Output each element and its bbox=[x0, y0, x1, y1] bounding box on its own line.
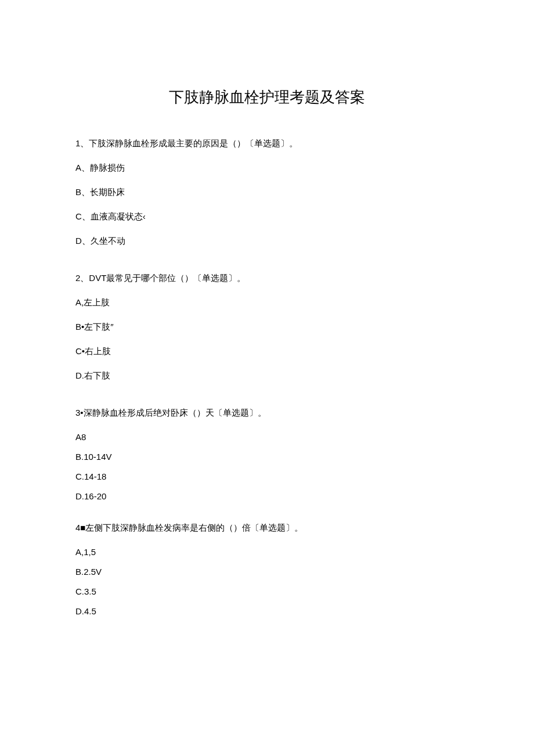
option-d: D.4.5 bbox=[75, 604, 459, 618]
option-b: B、长期卧床 bbox=[75, 185, 459, 199]
option-a: A8 bbox=[75, 430, 459, 444]
option-b: B.10-14V bbox=[75, 450, 459, 464]
option-d: D、久坐不动 bbox=[75, 234, 459, 248]
document-title: 下肢静脉血栓护理考题及答案 bbox=[75, 87, 459, 107]
question-block-2: 2、DVT最常见于哪个部位（）〔单选题〕。 A,左上肢 B•左下肢″ C•右上肢… bbox=[75, 271, 459, 383]
option-b: B.2.5V bbox=[75, 565, 459, 579]
question-text: 4■左侧下肢深静脉血栓发病率是右侧的（）倍〔单选题〕。 bbox=[75, 521, 459, 535]
question-block-4: 4■左侧下肢深静脉血栓发病率是右侧的（）倍〔单选题〕。 A,1,5 B.2.5V… bbox=[75, 521, 459, 618]
question-block-3: 3•深静脉血栓形成后绝对卧床（）天〔单选题〕。 A8 B.10-14V C.14… bbox=[75, 406, 459, 503]
option-c: C•右上肢 bbox=[75, 344, 459, 358]
option-d: D.右下肢 bbox=[75, 369, 459, 383]
question-text: 1、下肢深静脉血栓形成最主要的原因是（）〔单选题〕。 bbox=[75, 136, 459, 150]
option-c: C.3.5 bbox=[75, 585, 459, 599]
option-b: B•左下肢″ bbox=[75, 320, 459, 334]
question-text: 2、DVT最常见于哪个部位（）〔单选题〕。 bbox=[75, 271, 459, 285]
option-a: A,1,5 bbox=[75, 545, 459, 559]
option-a: A,左上肢 bbox=[75, 296, 459, 309]
question-text: 3•深静脉血栓形成后绝对卧床（）天〔单选题〕。 bbox=[75, 406, 459, 420]
option-c: C、血液高凝状态‹ bbox=[75, 210, 459, 224]
question-block-1: 1、下肢深静脉血栓形成最主要的原因是（）〔单选题〕。 A、静脉损伤 B、长期卧床… bbox=[75, 136, 459, 248]
option-c: C.14-18 bbox=[75, 470, 459, 484]
option-a: A、静脉损伤 bbox=[75, 161, 459, 175]
option-d: D.16-20 bbox=[75, 489, 459, 503]
